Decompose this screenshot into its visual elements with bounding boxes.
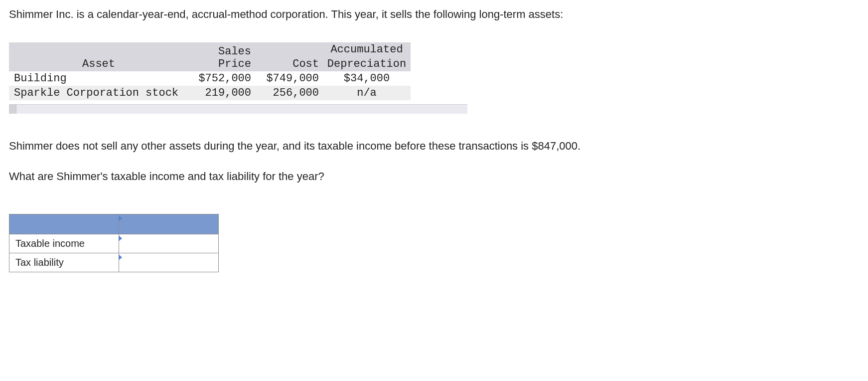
answer-table: Taxable income Tax liability [9,214,219,272]
tax-liability-label: Tax liability [9,253,119,272]
cell-sales-price: 219,000 [187,86,255,100]
tax-liability-input[interactable] [119,253,218,272]
taxable-income-label: Taxable income [9,234,119,253]
taxable-income-cell[interactable] [119,234,219,253]
tax-liability-cell[interactable] [119,253,219,272]
col-header-cost: Cost [255,42,323,71]
cell-sales-price: $752,000 [187,71,255,86]
cell-dep: $34,000 [323,71,411,86]
col-header-asset: Asset [9,42,187,71]
mid-paragraph-2: What are Shimmer's taxable income and ta… [9,169,859,185]
intro-paragraph-1: Shimmer Inc. is a calendar-year-end, acc… [9,7,859,22]
answer-header-blank-1 [9,214,119,234]
table-row: Building $752,000 $749,000 $34,000 [9,71,411,86]
answer-header-blank-2 [119,214,219,234]
cell-dep: n/a [323,86,411,100]
horizontal-scrollbar[interactable] [9,104,467,114]
cell-asset: Sparkle Corporation stock [9,86,187,100]
asset-table: Asset Sales Price Cost Accumulated Depre… [9,42,411,100]
col-header-acc-dep-2: Depreciation [323,57,411,71]
cell-cost: 256,000 [255,86,323,100]
mid-paragraph-1: Shimmer does not sell any other assets d… [9,139,859,154]
col-header-sales-price: Sales Price [187,42,255,71]
col-header-acc-dep-1: Accumulated [323,42,411,57]
cell-asset: Building [9,71,187,86]
table-row: Sparkle Corporation stock 219,000 256,00… [9,86,411,100]
taxable-income-input[interactable] [119,234,218,253]
cell-cost: $749,000 [255,71,323,86]
